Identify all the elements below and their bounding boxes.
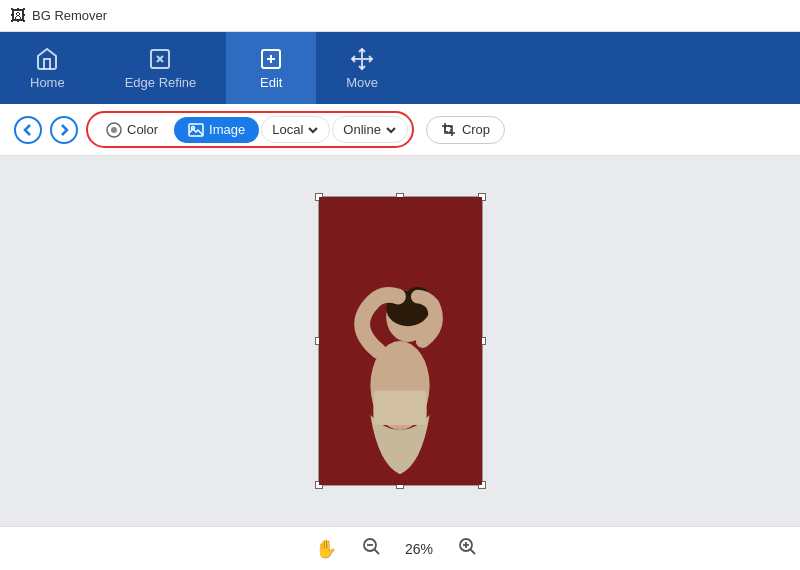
status-bar: ✋ 26%	[0, 526, 800, 570]
canvas-area	[0, 156, 800, 526]
hand-tool-icon[interactable]: ✋	[315, 538, 337, 560]
svg-line-17	[470, 549, 475, 554]
crop-icon	[441, 122, 457, 138]
online-label: Online	[343, 122, 381, 137]
crop-button-label: Crop	[462, 122, 490, 137]
back-button[interactable]	[14, 116, 42, 144]
nav-edge-refine-label: Edge Refine	[125, 75, 197, 90]
nav-item-edit[interactable]: Edit	[226, 32, 316, 104]
online-dropdown[interactable]: Online	[332, 116, 408, 143]
nav-item-edge-refine[interactable]: Edge Refine	[95, 32, 227, 104]
nav-item-move[interactable]: Move	[316, 32, 408, 104]
background-type-group: Color Image Local Online	[86, 111, 414, 148]
zoom-in-button[interactable]	[449, 532, 485, 565]
nav-edit-label: Edit	[260, 75, 282, 90]
chevron-down-icon	[307, 124, 319, 136]
edit-icon	[259, 47, 283, 71]
home-icon	[35, 47, 59, 71]
crop-button[interactable]: Crop	[426, 116, 505, 144]
app-logo-icon: 🖼	[10, 7, 26, 25]
person-svg	[319, 197, 482, 485]
zoom-out-button[interactable]	[353, 532, 389, 565]
forward-button[interactable]	[50, 116, 78, 144]
svg-point-3	[111, 127, 117, 133]
color-button[interactable]: Color	[92, 117, 172, 143]
local-dropdown[interactable]: Local	[261, 116, 330, 143]
title-bar: 🖼 BG Remover	[0, 0, 800, 32]
nav-move-label: Move	[346, 75, 378, 90]
image-container	[318, 196, 483, 486]
svg-line-13	[374, 549, 379, 554]
toolbar: Color Image Local Online	[0, 104, 800, 156]
chevron-down-icon2	[385, 124, 397, 136]
app-title: BG Remover	[32, 8, 107, 23]
image-button-label: Image	[209, 122, 245, 137]
zoom-level-display: 26%	[405, 541, 433, 557]
nav-home-label: Home	[30, 75, 65, 90]
image-button[interactable]: Image	[174, 117, 259, 143]
local-label: Local	[272, 122, 303, 137]
nav-bar: Home Edge Refine Edit Move	[0, 32, 800, 104]
image-icon	[188, 122, 204, 138]
move-icon	[350, 47, 374, 71]
svg-rect-10	[373, 390, 426, 425]
edited-image	[319, 197, 482, 485]
color-button-label: Color	[127, 122, 158, 137]
edge-refine-icon	[148, 47, 172, 71]
color-wheel-icon	[106, 122, 122, 138]
nav-item-home[interactable]: Home	[0, 32, 95, 104]
